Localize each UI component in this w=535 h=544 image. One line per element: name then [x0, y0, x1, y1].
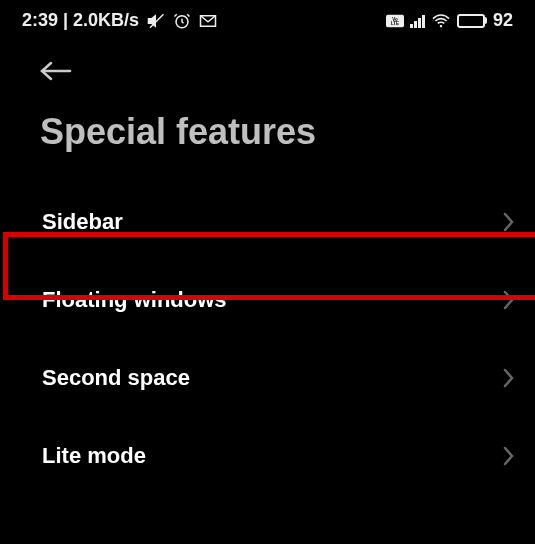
status-left: 2:39 | 2.0KB/s: [22, 10, 217, 31]
chevron-right-icon: [503, 446, 515, 466]
list-item-sidebar[interactable]: Sidebar: [0, 183, 535, 261]
page-title: Special features: [0, 97, 535, 183]
wifi-icon: [431, 13, 451, 29]
gmail-icon: [199, 14, 217, 28]
chevron-right-icon: [503, 212, 515, 232]
volte-icon: Vo LTE: [386, 14, 404, 28]
list-item-label: Floating windows: [42, 287, 227, 313]
battery-percent: 92: [493, 10, 513, 31]
status-right: Vo LTE 92: [386, 10, 513, 31]
signal-icon: [410, 14, 425, 28]
battery-icon: [457, 14, 487, 28]
list-item-floating-windows[interactable]: Floating windows: [0, 261, 535, 339]
chevron-right-icon: [503, 290, 515, 310]
status-bar: 2:39 | 2.0KB/s Vo: [0, 0, 535, 39]
list-item-label: Lite mode: [42, 443, 146, 469]
status-time: 2:39 | 2.0KB/s: [22, 10, 139, 31]
list-item-second-space[interactable]: Second space: [0, 339, 535, 417]
svg-text:LTE: LTE: [391, 21, 399, 26]
back-row: [0, 39, 535, 97]
list-item-label: Sidebar: [42, 209, 123, 235]
back-button[interactable]: [38, 59, 72, 83]
mute-icon: [147, 12, 165, 30]
settings-list: Sidebar Floating windows Second space Li…: [0, 183, 535, 495]
alarm-icon: [173, 12, 191, 30]
list-item-lite-mode[interactable]: Lite mode: [0, 417, 535, 495]
chevron-right-icon: [503, 368, 515, 388]
list-item-label: Second space: [42, 365, 190, 391]
